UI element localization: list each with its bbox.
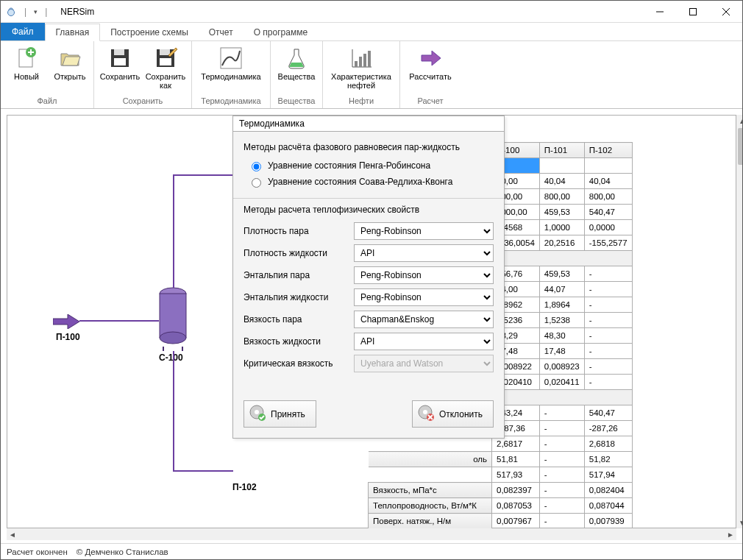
col-header-p102[interactable]: П-102	[584, 143, 632, 158]
table-cell[interactable]: 0,087053	[492, 498, 540, 514]
new-label: Новый	[14, 72, 39, 81]
table-cell[interactable]: 0,007967	[492, 514, 540, 529]
row-header-surface-tension: Поверх. натяж., Н/м	[369, 514, 492, 529]
table-cell[interactable]: -287,26	[584, 421, 632, 436]
table-cell[interactable]: -	[539, 436, 584, 452]
table-cell[interactable]: 20,2516	[539, 235, 584, 251]
ribbon-group-save: Сохранить Сохранить как Сохранить	[94, 41, 192, 108]
table-cell[interactable]: -155,2577	[584, 235, 632, 251]
table-cell[interactable]: 517,94	[584, 467, 632, 483]
row-header-partial: оль	[369, 452, 492, 467]
table-cell[interactable]: -	[539, 421, 584, 436]
table-cell[interactable]: 459,53	[539, 266, 584, 282]
vertical-scrollbar[interactable]: ▲ ▼	[736, 115, 742, 528]
pipe-bot-h	[173, 470, 233, 472]
save-button[interactable]: Сохранить	[99, 44, 141, 90]
radio-soave-redlich-kwong[interactable]: Уравнение состояния Соава-Редлиха-Квонга	[248, 176, 494, 188]
table-cell[interactable]: 2,6818	[584, 436, 632, 452]
select-vapor-enthalpy[interactable]: Peng-Robinson	[354, 266, 494, 284]
tab-report[interactable]: Отчет	[199, 24, 243, 40]
close-button[interactable]	[709, 1, 742, 22]
table-cell[interactable]: -	[539, 405, 584, 421]
canvas[interactable]: П-100 С-100 П-102	[7, 115, 736, 528]
table-cell[interactable]: 0,082397	[492, 483, 540, 498]
table-cell[interactable]: 17,48	[539, 344, 584, 359]
table-cell[interactable]: 0,0000	[584, 220, 632, 235]
radio-input-srk[interactable]	[252, 178, 261, 188]
table-cell[interactable]: 48,30	[539, 328, 584, 344]
table-cell[interactable]: 1,5238	[539, 313, 584, 328]
table-cell[interactable]: -	[584, 313, 632, 328]
maximize-button[interactable]	[676, 1, 709, 22]
table-cell[interactable]: -	[539, 514, 584, 529]
select-vapor-viscosity[interactable]: Chapman&Enskog	[354, 311, 494, 328]
oils-button[interactable]: Характеристика нефтей	[327, 44, 395, 90]
table-cell[interactable]: 517,93	[492, 467, 540, 483]
stream-arrow-p100[interactable]	[53, 314, 79, 329]
scroll-up-icon[interactable]: ▲	[736, 115, 742, 127]
minimize-button[interactable]	[643, 1, 676, 22]
tab-main[interactable]: Главная	[45, 24, 101, 41]
qat-dropdown-icon[interactable]: ▾	[34, 8, 38, 15]
table-cell[interactable]: -	[584, 266, 632, 282]
radio-input-pr[interactable]	[252, 162, 261, 171]
gear-cross-icon	[417, 404, 435, 424]
thermo-button[interactable]: Термодинамика	[196, 44, 266, 81]
table-cell[interactable]: 800,00	[539, 189, 584, 205]
section-phase-equilibrium: Методы расчёта фазового равновесия пар-ж…	[243, 142, 494, 152]
select-vapor-density[interactable]: Peng-Robinson	[354, 222, 494, 240]
table-cell[interactable]: 1,8964	[539, 297, 584, 313]
table-cell[interactable]: -	[584, 375, 632, 390]
tab-about[interactable]: О программе	[243, 24, 318, 40]
table-cell[interactable]: 0,007939	[584, 514, 632, 529]
scroll-down-icon[interactable]: ▼	[736, 517, 742, 528]
table-cell[interactable]: 0,020411	[539, 375, 584, 390]
tab-scheme[interactable]: Построение схемы	[100, 24, 199, 40]
table-cell[interactable]: -	[584, 328, 632, 344]
table-cell[interactable]: 800,00	[584, 189, 632, 205]
table-cell[interactable]: 540,47	[584, 205, 632, 220]
col-header-p101[interactable]: П-101	[539, 143, 584, 158]
tab-file[interactable]: Файл	[1, 23, 45, 40]
table-cell[interactable]: 540,47	[584, 405, 632, 421]
new-button[interactable]: Новый	[5, 44, 48, 81]
separator-c100[interactable]	[154, 285, 191, 351]
table-cell[interactable]: 0,082404	[584, 483, 632, 498]
table-cell[interactable]: 0,087044	[584, 498, 632, 514]
table-cell[interactable]: 44,07	[539, 282, 584, 297]
accept-button[interactable]: Принять	[243, 400, 316, 428]
table-cell[interactable]: -	[584, 344, 632, 359]
group-caption-calc: Расчет	[400, 95, 461, 108]
open-button[interactable]: Открыть	[51, 44, 89, 81]
table-cell[interactable]: 51,81	[492, 452, 540, 467]
scroll-right-icon[interactable]: ►	[725, 528, 736, 540]
substances-label: Вещества	[278, 72, 316, 81]
radio-peng-robinson[interactable]: Уравнение состояния Пенга-Робинсона	[248, 160, 494, 171]
table-cell[interactable]: -	[584, 297, 632, 313]
table-cell[interactable]: 0,008923	[539, 359, 584, 375]
svg-rect-21	[368, 51, 371, 67]
table-cell[interactable]: -	[539, 483, 584, 498]
new-file-icon	[14, 46, 39, 71]
saveas-button[interactable]: Сохранить как	[144, 44, 187, 90]
table-cell[interactable]: -	[539, 452, 584, 467]
table-cell[interactable]: 51,82	[584, 452, 632, 467]
select-liquid-density[interactable]: API	[354, 244, 494, 262]
scroll-left-icon[interactable]: ◄	[7, 528, 18, 540]
reject-button[interactable]: Отклонить	[412, 400, 494, 428]
table-cell[interactable]: 40,04	[539, 174, 584, 189]
table-cell[interactable]: -	[539, 467, 584, 483]
select-liquid-enthalpy[interactable]: Peng-Robinson	[354, 288, 494, 306]
thermo-dialog: Термодинамика Методы расчёта фазового ра…	[232, 116, 505, 439]
calculate-button[interactable]: Рассчитать	[405, 44, 456, 81]
table-cell[interactable]: 459,53	[539, 205, 584, 220]
scroll-thumb[interactable]	[738, 128, 742, 165]
table-cell[interactable]: -	[584, 282, 632, 297]
table-cell[interactable]: -	[539, 498, 584, 514]
table-cell[interactable]: 40,04	[584, 174, 632, 189]
select-liquid-viscosity[interactable]: API	[354, 333, 494, 350]
horizontal-scrollbar[interactable]: ◄ ►	[7, 528, 736, 540]
table-cell[interactable]: 1,0000	[539, 220, 584, 235]
table-cell[interactable]: -	[584, 359, 632, 375]
substances-button[interactable]: Вещества	[275, 44, 318, 81]
